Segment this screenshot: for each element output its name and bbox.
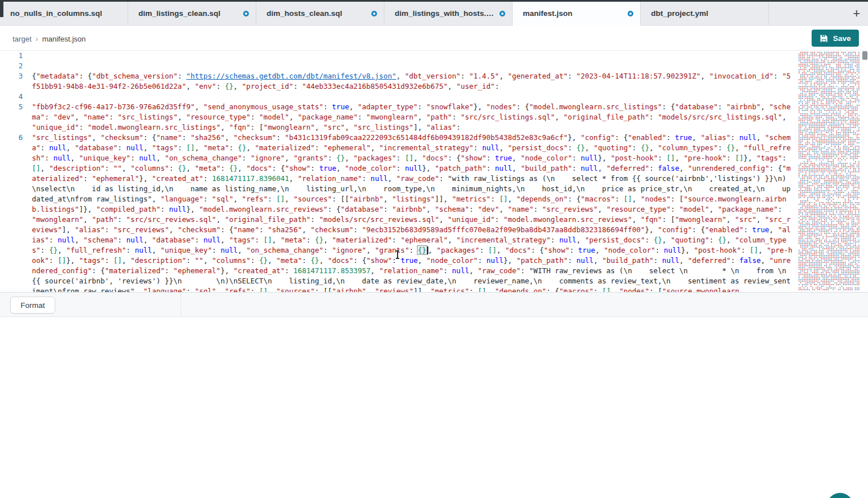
line-number: 6 bbox=[0, 133, 32, 292]
tab-bar: no_nulls_in_columns.sqldim_listings_clea… bbox=[0, 2, 868, 26]
format-button[interactable]: Format bbox=[10, 297, 55, 314]
breadcrumb-segment-manifest-json: manifest.json bbox=[42, 35, 86, 43]
code-line-text[interactable] bbox=[32, 61, 797, 71]
breadcrumb: target›manifest.json bbox=[13, 34, 86, 43]
save-button[interactable]: Save bbox=[812, 30, 859, 47]
tab-manifest-json[interactable]: manifest.json bbox=[513, 2, 641, 26]
code-line[interactable]: 1 bbox=[0, 51, 797, 61]
tab-no-nulls-in-columns-sql[interactable]: no_nulls_in_columns.sql bbox=[0, 2, 128, 26]
tab-dbt-project-yml[interactable]: dbt_project.yml bbox=[641, 2, 769, 26]
breadcrumb-bar: target›manifest.json Save bbox=[0, 26, 868, 51]
line-number: 1 bbox=[0, 51, 32, 61]
scrollbar-thumb[interactable] bbox=[862, 51, 867, 60]
unsaved-dot-icon bbox=[243, 11, 249, 17]
unsaved-dot-icon bbox=[628, 11, 633, 17]
code-line[interactable]: 4 bbox=[0, 92, 797, 102]
tab-bar-filler: + bbox=[769, 2, 868, 26]
tab-dim-hosts-clean-sql[interactable]: dim_hosts_clean.sql bbox=[256, 2, 384, 26]
code-line-text[interactable]: {"metadata": {"dbt_schema_version": "htt… bbox=[32, 71, 797, 92]
code-line[interactable]: 6"src_listings", "checksum": {"name": "s… bbox=[0, 133, 797, 292]
tab-dim-listings-clean-sql[interactable]: dim_listings_clean.sql bbox=[128, 2, 256, 26]
tab-label: no_nulls_in_columns.sql bbox=[10, 9, 121, 18]
line-number: 2 bbox=[0, 61, 32, 71]
mouse-cursor-ibeam bbox=[397, 251, 398, 258]
minimap[interactable] bbox=[797, 51, 862, 292]
save-label: Save bbox=[833, 34, 851, 43]
code-line[interactable]: 5"fbb9f3c2-cf96-4a17-b736-976a62d35ff9",… bbox=[0, 102, 797, 133]
code-line-text[interactable]: "fbb9f3c2-cf96-4a17-b736-976a62d35ff9", … bbox=[32, 102, 797, 133]
line-number: 4 bbox=[0, 92, 32, 102]
left-edge-strip bbox=[0, 0, 3, 17]
results-panel bbox=[0, 317, 868, 498]
editor-scrollbar[interactable] bbox=[862, 51, 868, 292]
breadcrumb-segment-target[interactable]: target bbox=[13, 35, 31, 43]
save-icon bbox=[820, 34, 828, 43]
code-line-text[interactable] bbox=[32, 92, 797, 102]
code-pane[interactable]: 123{"metadata": {"dbt_schema_version": "… bbox=[0, 51, 797, 292]
code-editor[interactable]: 123{"metadata": {"dbt_schema_version": "… bbox=[0, 51, 868, 292]
tab-label: dim_listings_clean.sql bbox=[138, 9, 239, 18]
panel-divider bbox=[181, 293, 181, 316]
tab-dim-listings-with-hosts-sql[interactable]: dim_listings_with_hosts.sql bbox=[384, 2, 513, 26]
tab-label: manifest.json bbox=[523, 9, 623, 18]
tab-label: dim_listings_with_hosts.sql bbox=[395, 9, 495, 18]
unsaved-dot-icon bbox=[499, 11, 505, 17]
unsaved-dot-icon bbox=[371, 11, 377, 17]
code-line[interactable]: 2 bbox=[0, 61, 797, 71]
code-line-text[interactable] bbox=[32, 51, 797, 61]
code-line[interactable]: 3{"metadata": {"dbt_schema_version": "ht… bbox=[0, 71, 797, 92]
line-number: 3 bbox=[0, 71, 32, 92]
matched-bracket: {} bbox=[417, 246, 426, 254]
top-edge-strip bbox=[0, 0, 868, 2]
line-number: 5 bbox=[0, 102, 32, 133]
tab-label: dim_hosts_clean.sql bbox=[267, 9, 367, 18]
tab-label: dbt_project.yml bbox=[651, 9, 761, 18]
text-caret bbox=[427, 246, 428, 254]
bottom-toolbar: Format bbox=[0, 292, 868, 317]
code-line-text[interactable]: "src_listings", "checksum": {"name": "sh… bbox=[32, 133, 797, 292]
breadcrumb-separator-icon: › bbox=[35, 34, 38, 43]
new-tab-button[interactable]: + bbox=[845, 2, 868, 25]
